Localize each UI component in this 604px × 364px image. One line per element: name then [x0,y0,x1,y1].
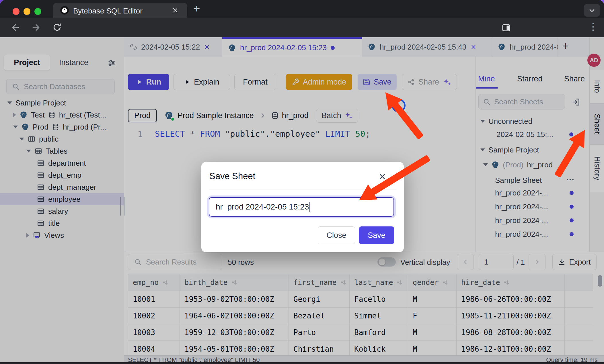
sheet-name-value: hr_prod 2024-02-05 15:23 [216,202,309,212]
close-window-button[interactable] [13,8,20,15]
close-label: Close [326,231,346,240]
browser-tab-strip: Bytebase SQL Editor + [0,0,604,18]
dialog-title: Save Sheet [209,171,255,181]
browser-window: Bytebase SQL Editor + localhost:8080/sql… [0,0,604,364]
save-label: Save [368,231,385,240]
forward-icon[interactable] [31,22,41,33]
tab-close-icon[interactable] [172,7,179,14]
bytebase-favicon-icon [60,6,69,15]
back-icon[interactable] [10,22,21,33]
reload-icon[interactable] [52,22,62,32]
chevron-down-icon [588,7,596,15]
dialog-save-button[interactable]: Save [359,226,394,244]
screen: Bytebase SQL Editor + localhost:8080/sql… [0,0,604,364]
side-panel-icon[interactable] [501,23,511,33]
minimize-window-button[interactable] [24,8,30,15]
browser-tab-title: Bytebase SQL Editor [73,7,143,15]
text-caret [309,202,310,212]
save-sheet-dialog: Save Sheet hr_prod 2024-02-05 15:23 Clos… [201,162,404,252]
dialog-close-button[interactable]: Close [318,226,355,244]
browser-toolbar: localhost:8080/sql-editor/prod-sample-in… [0,18,604,37]
browser-tab[interactable]: Bytebase SQL Editor [53,3,187,18]
dialog-close-icon[interactable] [378,172,387,181]
window-bottom-edge [0,362,604,364]
browser-menu-icon[interactable]: ⋮ [589,21,598,32]
maximize-window-button[interactable] [34,8,41,15]
tab-search-button[interactable] [584,4,600,17]
new-tab-button[interactable]: + [193,2,200,15]
